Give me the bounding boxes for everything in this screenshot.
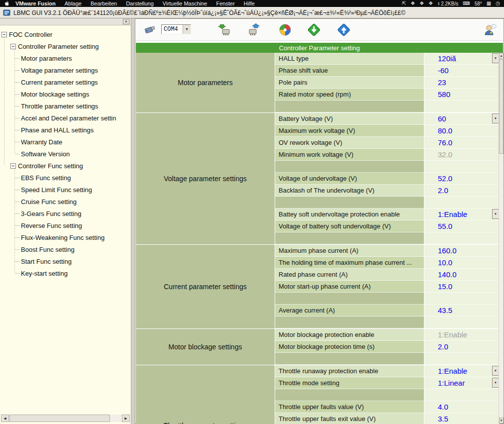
tree-item-accel-and-decel-parameter-settin[interactable]: Accel and Decel parameter settin [0, 112, 131, 124]
download-params-button[interactable] [306, 22, 321, 37]
tree-item-throttle-parameter-settings[interactable]: Throttle parameter settings [0, 100, 131, 112]
collapse-minus-icon[interactable] [10, 163, 16, 169]
chevron-down-icon[interactable]: ▼ [492, 209, 499, 219]
tree-item-ebs-func-setting[interactable]: EBS Func setting [0, 172, 131, 184]
com-port-select[interactable]: COM4 ▼ [161, 24, 191, 34]
workspace-icon[interactable]: ❖ [410, 1, 415, 6]
tree-item-boost-func-setting[interactable]: Boost Func setting [0, 243, 131, 255]
param-value-field[interactable]: 580 [424, 89, 500, 101]
param-label: Motor blockage protecion time (s) [275, 341, 424, 353]
param-row: Throttle runaway protection enable1:Enab… [275, 365, 500, 377]
param-value-text: 80.0 [438, 126, 452, 135]
param-value-field[interactable]: 1:Enable▼ [424, 365, 500, 377]
param-value-field[interactable]: 80.0 [424, 125, 500, 137]
menu-ablage[interactable]: Ablage [60, 0, 86, 6]
tree-horizontal-scrollbar[interactable]: ◀ ▶ [1, 415, 130, 422]
return-arrow-icon[interactable]: ⇱ [402, 1, 406, 6]
user-button[interactable] [483, 22, 498, 37]
usb-serial-icon [142, 22, 157, 37]
tree-item-reverse-func-setting[interactable]: Reverse Func setting [0, 219, 131, 231]
param-value-field[interactable]: 2.0 [424, 185, 500, 197]
tree-item-controller-parameter-setting[interactable]: Controller Parameter setting [0, 40, 131, 52]
vm-window-titlebar[interactable]: LBMC GUI V3.2.1 ÕÐÄÜ°æ£¨141120¡ûÐÂ£©£¨ìá… [0, 7, 504, 18]
param-value-field[interactable]: 1:Enable [424, 329, 500, 341]
scrollbar-thumb[interactable] [499, 59, 504, 154]
param-value-empty [424, 353, 500, 365]
workspace-icon[interactable]: ❖ [419, 1, 424, 6]
tree-item-current-parameter-settings[interactable]: Current parameter settings [0, 76, 131, 88]
chevron-down-icon[interactable]: ▼ [492, 53, 499, 63]
param-value-field[interactable]: 1:Enable▼ [424, 209, 500, 220]
tree-item-voltage-parameter-settings[interactable]: Voltage parameter settings [0, 64, 131, 76]
tree-item-key-start-setting[interactable]: Key-start setting [0, 267, 131, 279]
chevron-down-icon[interactable]: ▼ [492, 366, 499, 376]
param-value-field[interactable]: 43.5 [424, 305, 500, 317]
tree-item-cruise-func-setting[interactable]: Cruise Func setting [0, 196, 131, 208]
network-speed-indicator[interactable]: ▲▼ 2.2KB/s [437, 1, 458, 6]
menu-darstellung[interactable]: Darstellung [121, 0, 158, 6]
param-separator [275, 232, 424, 244]
menu-vmware-fusion[interactable]: VMware Fusion [15, 0, 60, 6]
param-value-field[interactable]: 140.0 [424, 269, 500, 281]
param-value-field[interactable]: 2.0 [424, 341, 500, 353]
chevron-down-icon[interactable]: ▼ [492, 378, 499, 388]
menu-virtuelle-maschine[interactable]: Virtuelle Maschine [158, 0, 212, 6]
param-value-field[interactable]: -60 [424, 65, 500, 77]
scroll-right-arrow-icon[interactable]: ▶ [122, 415, 130, 422]
param-value-field[interactable]: 160.0 [424, 245, 500, 257]
param-value-field[interactable]: 10.0 [424, 257, 500, 269]
param-value-field[interactable]: 32.0 [424, 149, 500, 161]
collapse-minus-icon[interactable] [10, 44, 16, 49]
tree-item-foc-controller[interactable]: FOC Controller [0, 28, 131, 40]
collapse-minus-icon[interactable] [1, 32, 7, 37]
menu-fenster[interactable]: Fenster [212, 0, 239, 6]
write-flash-button[interactable] [247, 22, 262, 37]
tree-item-start-func-setting[interactable]: Start Func setting [0, 255, 131, 267]
param-value-field[interactable]: 15.0 [424, 281, 500, 293]
tree-item-label: Current parameter settings [21, 79, 98, 86]
tree-item-motor-parameters[interactable]: Motor parameters [0, 52, 131, 64]
param-value-field[interactable]: 23 [424, 77, 500, 89]
scroll-left-arrow-icon[interactable]: ◀ [1, 415, 9, 422]
tree-item-phase-and-hall-settings[interactable]: Phase and HALL settings [0, 124, 131, 136]
scroll-up-arrow-icon[interactable]: ▲ [499, 53, 504, 59]
tree-connector [15, 213, 19, 214]
param-value-field[interactable]: 52.0 [424, 173, 500, 185]
param-value-field[interactable]: 3.5 [424, 413, 500, 424]
param-value-field[interactable]: 1:Linear▼ [424, 377, 500, 389]
tree-connector [15, 202, 19, 202]
tree-item-label: FOC Controller [9, 31, 52, 38]
menu-hilfe[interactable]: Hilfe [239, 0, 259, 6]
upload-params-button[interactable] [336, 22, 351, 37]
param-value-field[interactable]: 4.0 [424, 401, 500, 413]
read-flash-button[interactable] [217, 22, 232, 37]
tree-item-flux-weakening-func-setting[interactable]: Flux-Weakening Func setting [0, 231, 131, 243]
tree-item-motor-blockage-settings[interactable]: Motor blockage settings [0, 88, 131, 100]
param-vertical-scrollbar[interactable]: ▲ ▼ [499, 53, 504, 424]
param-value-field[interactable]: 55.0 [424, 220, 500, 232]
tree-item-software-version[interactable]: Software Version [0, 148, 131, 160]
chevron-down-icon[interactable]: ▼ [183, 25, 191, 34]
scrollbar-thumb[interactable] [9, 415, 110, 422]
tree-item-label: Start Func setting [21, 258, 72, 265]
param-value-field[interactable]: 120iã▼ [424, 53, 500, 65]
temperature-text[interactable]: 58° [475, 1, 482, 6]
param-value-empty [424, 232, 500, 244]
tree-item-3-gears-func-setting[interactable]: 3-Gears Func setting [0, 208, 131, 219]
tree-item-warranty-date[interactable]: Warranty Date [0, 136, 131, 148]
chevron-down-icon[interactable]: ▼ [492, 113, 499, 123]
apple-icon[interactable] [4, 0, 10, 7]
param-value-field[interactable]: 60▼ [424, 113, 500, 125]
tree-item-speed-limit-func-setting[interactable]: Speed Limit Func setting [0, 184, 131, 196]
close-icon[interactable]: × [123, 19, 129, 24]
sync-ball-button[interactable] [278, 22, 293, 37]
scroll-down-arrow-icon[interactable]: ▼ [499, 418, 504, 424]
keyboard-icon[interactable]: ⌨ [463, 1, 470, 6]
workspace-icon[interactable]: ❖ [428, 1, 433, 6]
tree-item-controller-func-setting[interactable]: Controller Func setting [0, 160, 131, 172]
grid-icon[interactable]: ▦ [487, 1, 491, 6]
param-row [275, 317, 500, 328]
clock-icon[interactable]: ◷ [496, 1, 500, 6]
param-value-field[interactable]: 76.0 [424, 137, 500, 149]
menu-bearbeiten[interactable]: Bearbeiten [86, 0, 121, 6]
